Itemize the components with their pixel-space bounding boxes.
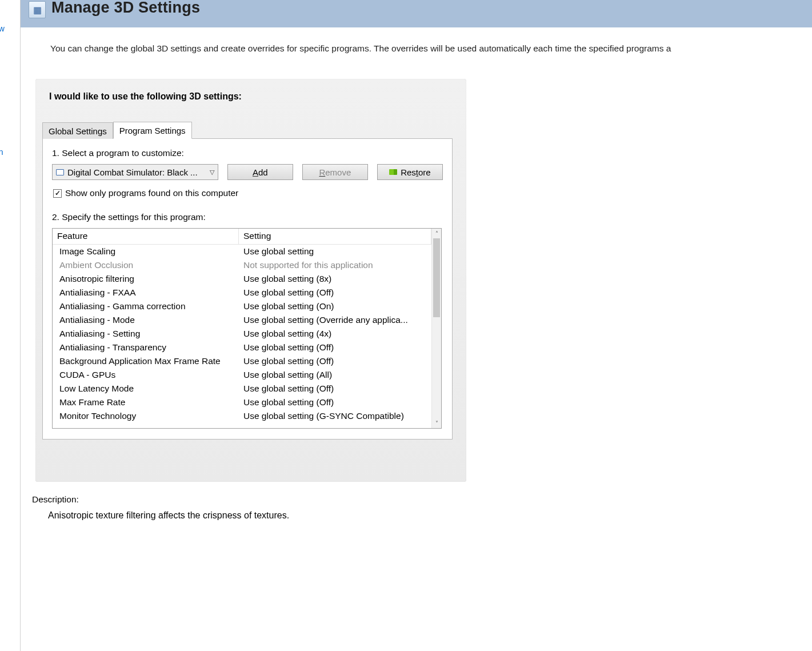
table-scrollbar[interactable]: ˄ ˅ [431,229,441,428]
table-row[interactable]: Monitor TechnologyUse global setting (G-… [53,409,431,423]
description-label: Description: [32,494,812,505]
group-title: I would like to use the following 3D set… [35,91,466,102]
scroll-down-icon[interactable]: ˅ [432,418,441,428]
table-row[interactable]: CUDA - GPUsUse global setting (All) [53,368,431,382]
column-header-feature[interactable]: Feature [53,229,239,244]
page-title: Manage 3D Settings [51,0,200,15]
page-header: ▦ Manage 3D Settings [21,0,812,27]
feature-cell: Antialiasing - Transparency [53,342,239,353]
table-row[interactable]: Antialiasing - FXAAUse global setting (O… [53,286,431,299]
feature-cell: Background Application Max Frame Rate [53,356,239,366]
table-row[interactable]: Image ScalingUse global setting [53,245,431,258]
setting-cell: Use global setting (Off) [239,342,431,353]
intro-text: You can change the global 3D settings an… [21,27,812,54]
description-text: Anisotropic texture filtering affects th… [48,510,812,521]
tab-program-settings[interactable]: Program Settings [113,122,192,139]
setting-cell: Use global setting [239,246,431,257]
nav-tree-sliver: eview on [0,0,21,651]
feature-cell: CUDA - GPUs [53,370,239,380]
table-row[interactable]: Anisotropic filteringUse global setting … [53,272,431,286]
program-select-value: Digital Combat Simulator: Black ... [67,167,206,177]
application-icon [56,169,64,175]
table-row[interactable]: Background Application Max Frame RateUse… [53,354,431,368]
tab-panel-program-settings: 1. Select a program to customize: Digita… [42,138,453,440]
setting-cell: Use global setting (On) [239,301,431,311]
setting-cell: Use global setting (Off) [239,384,431,394]
add-button[interactable]: Add [227,164,293,180]
scroll-thumb[interactable] [433,238,440,317]
table-row[interactable]: Ambient OcclusionNot supported for this … [53,258,431,272]
feature-cell: Antialiasing - Gamma correction [53,301,239,311]
table-row[interactable]: Antialiasing - Gamma correctionUse globa… [53,299,431,313]
setting-cell: Use global setting (Off) [239,356,431,366]
feature-cell: Max Frame Rate [53,397,239,408]
nav-fragment[interactable]: eview [0,24,5,33]
show-only-found-checkbox[interactable] [53,189,62,198]
setting-cell: Use global setting (Off) [239,287,431,298]
remove-button[interactable]: Remove [302,164,368,180]
scroll-up-icon[interactable]: ˄ [432,229,441,238]
feature-cell: Antialiasing - Setting [53,329,239,339]
settings-3d-icon: ▦ [29,1,46,18]
table-row[interactable]: Antialiasing - TransparencyUse global se… [53,341,431,354]
feature-cell: Anisotropic filtering [53,274,239,284]
program-select[interactable]: Digital Combat Simulator: Black ... ▽ [52,164,218,180]
setting-cell: Use global setting (8x) [239,274,431,284]
feature-cell: Ambient Occlusion [53,260,239,270]
setting-cell: Use global setting (Override any applica… [239,315,431,325]
feature-cell: Antialiasing - FXAA [53,287,239,298]
setting-cell: Not supported for this application [239,260,431,270]
nav-fragment[interactable]: on [0,147,3,157]
tab-global-settings[interactable]: Global Settings [42,122,113,139]
restore-button[interactable]: Restore [377,164,443,180]
setting-cell: Use global setting (4x) [239,329,431,339]
setting-cell: Use global setting (G-SYNC Compatible) [239,411,431,421]
chevron-down-icon: ▽ [210,169,214,176]
step2-label: 2. Specify the settings for this program… [52,212,443,222]
feature-cell: Image Scaling [53,246,239,257]
show-only-found-label: Show only programs found on this compute… [65,188,238,198]
feature-cell: Low Latency Mode [53,384,239,394]
settings-table: Feature Setting Image ScalingUse global … [52,228,442,429]
settings-group: I would like to use the following 3D set… [35,79,466,482]
table-row[interactable]: Antialiasing - ModeUse global setting (O… [53,313,431,327]
setting-cell: Use global setting (Off) [239,397,431,408]
step1-label: 1. Select a program to customize: [52,148,443,158]
table-row[interactable]: Low Latency ModeUse global setting (Off) [53,382,431,396]
table-row[interactable]: Max Frame RateUse global setting (Off) [53,396,431,409]
setting-cell: Use global setting (All) [239,370,431,380]
nvidia-logo-icon [389,169,397,175]
column-header-setting[interactable]: Setting [239,229,431,244]
feature-cell: Monitor Technology [53,411,239,421]
table-row[interactable]: Antialiasing - SettingUse global setting… [53,327,431,341]
feature-cell: Antialiasing - Mode [53,315,239,325]
